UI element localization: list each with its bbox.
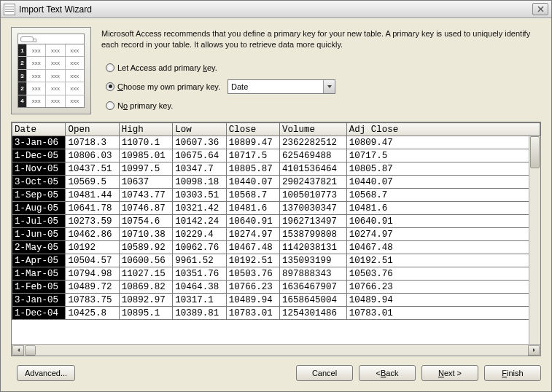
table-row[interactable]: 1-Aug-0510641.7810746.8710321.4210481.61… [12,202,540,215]
wizard-window: Import Text Wizard 1xxxxxxxxx 2xxxxxxxxx… [0,0,552,392]
data-cell: 625469488 [280,149,347,162]
hscroll-track[interactable] [25,345,527,356]
data-cell: 10303.51 [173,189,226,202]
data-cell: 11027.15 [119,267,172,281]
data-cell: 10467.48 [346,241,540,254]
data-cell: 10805.87 [226,162,279,176]
data-cell: 11070.1 [119,136,172,149]
column-header[interactable]: Low [173,123,226,136]
top-section: 1xxxxxxxxx 2xxxxxxxxx 3xxxxxxxxx 2xxxxxx… [11,27,541,114]
hscroll-left-button[interactable] [12,345,24,356]
data-cell: 2362282512 [280,136,347,149]
close-button[interactable] [532,3,548,15]
data-cell: 10637 [119,176,172,189]
table-row[interactable]: 1-Dec-0410425.810895.110389.8110783.0112… [12,307,540,320]
data-cell: 10489.94 [226,294,279,307]
data-cell: 897888343 [280,267,347,281]
grid-body[interactable]: DateOpenHighLowCloseVolumeAdj Close 3-Ja… [12,122,540,344]
data-cell: 10504.57 [66,254,119,267]
data-cell: 10675.64 [173,149,226,162]
vscroll-thumb[interactable] [530,136,540,168]
table-row[interactable]: 1-Jun-0510462.8610710.3810229.410274.971… [12,228,540,241]
data-cell: 10489.72 [66,281,119,294]
table-row[interactable]: 1-Apr-0510504.5710600.569961.5210192.511… [12,254,540,267]
primary-key-combo-value: Date [228,82,323,91]
data-cell: 10464.38 [173,281,226,294]
radio-choose-own-label: Choose my own primary key. [117,82,220,91]
data-cell: 10869.82 [119,281,172,294]
back-button[interactable]: < Back [359,365,416,381]
column-header[interactable]: High [119,123,172,136]
table-row[interactable]: 3-Jan-0510783.7510892.9710317.110489.941… [12,294,540,307]
key-icon [20,36,34,42]
table-row[interactable]: 2-May-051019210589.9210062.7610467.48114… [12,241,540,254]
data-cell: 9961.52 [173,254,226,267]
data-cell: 1538799808 [280,228,347,241]
key-cell: 1-Sep-05 [12,189,66,202]
table-row[interactable]: 1-Sep-0510481.4410743.7710303.5110568.71… [12,189,540,202]
vertical-scrollbar[interactable] [529,136,540,344]
radio-no-key[interactable] [106,101,114,110]
hscroll-thumb[interactable] [25,345,36,356]
hscroll-right-button[interactable] [528,345,540,356]
data-cell: 10467.48 [226,241,279,254]
data-cell: 4101536464 [280,162,347,176]
table-row[interactable]: 1-Dec-0510806.0310985.0110675.6410717.56… [12,149,540,162]
key-cell: 1-Jul-05 [12,215,66,228]
data-cell: 10766.23 [346,281,540,294]
data-cell: 10743.77 [119,189,172,202]
app-icon [4,4,15,15]
column-header[interactable]: Adj Close [346,123,540,136]
table-row[interactable]: 1-Mar-0510794.9811027.1510351.7610503.76… [12,267,540,281]
table-row[interactable]: 3-Jan-0610718.311070.110607.3610809.4723… [12,136,540,149]
table-row[interactable]: 3-Oct-0510569.51063710098.1810440.072902… [12,176,540,189]
data-cell: 1254301486 [280,307,347,320]
data-cell: 1142038131 [280,241,347,254]
key-cell: 3-Jan-06 [12,136,66,149]
window-title: Import Text Wizard [19,4,532,15]
data-cell: 10985.01 [119,149,172,162]
data-cell: 10481.44 [66,189,119,202]
data-cell: 10274.97 [226,228,279,241]
table-row[interactable]: 1-Jul-0510273.5910754.610142.2410640.911… [12,215,540,228]
key-cell: 1-Mar-05 [12,267,66,281]
data-cell: 10503.76 [346,267,540,281]
data-cell: 10641.78 [66,202,119,215]
data-cell: 10717.5 [226,149,279,162]
data-cell: 10192.51 [226,254,279,267]
primary-key-combo[interactable]: Date [228,79,335,94]
data-cell: 10766.23 [226,281,279,294]
description-text: Microsoft Access recommends that you def… [101,27,541,50]
radio-let-access[interactable] [106,63,114,72]
table-row[interactable]: 1-Nov-0510437.5110997.510347.710805.8741… [12,162,540,176]
data-cell: 10754.6 [119,215,172,228]
data-cell: 1370030347 [280,202,347,215]
finish-button[interactable]: Finish [484,365,541,381]
advanced-button[interactable]: Advanced... [17,365,75,381]
data-cell: 1962713497 [280,215,347,228]
button-bar: Advanced... Cancel < Back Next > Finish [11,356,541,384]
data-cell: 1658645004 [280,294,347,307]
key-cell: 1-Nov-05 [12,162,66,176]
data-cell: 10809.47 [346,136,540,149]
table-row[interactable]: 1-Feb-0510489.7210869.8210464.3810766.23… [12,281,540,294]
radio-let-access-label: Let Access add primary key. [117,63,217,72]
illustration-panel: 1xxxxxxxxx 2xxxxxxxxx 3xxxxxxxxx 2xxxxxx… [11,27,91,114]
column-header[interactable]: Open [66,123,119,136]
horizontal-scrollbar[interactable] [12,344,540,356]
data-cell: 10440.07 [226,176,279,189]
data-cell: 10481.6 [226,202,279,215]
data-cell: 10347.7 [173,162,226,176]
next-button[interactable]: Next > [421,365,478,381]
data-cell: 10640.91 [346,215,540,228]
data-cell: 10569.5 [66,176,119,189]
column-header[interactable]: Date [12,123,66,136]
data-cell: 10273.59 [66,215,119,228]
radio-choose-own[interactable] [106,82,114,91]
data-table: DateOpenHighLowCloseVolumeAdj Close 3-Ja… [12,122,540,320]
column-header[interactable]: Close [226,123,279,136]
column-header[interactable]: Volume [280,123,347,136]
data-cell: 10389.81 [173,307,226,320]
data-cell: 10746.87 [119,202,172,215]
cancel-button[interactable]: Cancel [296,365,353,381]
